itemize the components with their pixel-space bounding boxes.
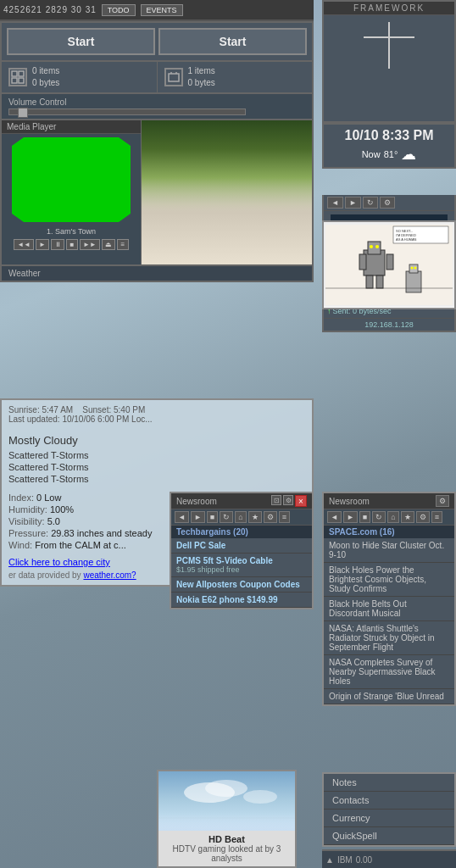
framework-t-shape xyxy=(364,22,414,69)
news-r-refresh-button[interactable]: ↻ xyxy=(372,511,386,523)
svg-point-28 xyxy=(243,790,277,804)
hd-beat-svg xyxy=(158,771,295,831)
volume-slider-track[interactable] xyxy=(8,108,246,115)
newsroom-left-section: Techbargains (20) xyxy=(171,526,312,538)
news-r-forward-button[interactable]: ► xyxy=(343,511,358,523)
svg-point-27 xyxy=(205,780,247,797)
news-item-2[interactable]: PCMS 5ft S-Video Cable $1.95 shipped fre… xyxy=(171,554,312,577)
todo-button[interactable]: TODO xyxy=(102,4,136,16)
volume-slider-knob[interactable] xyxy=(18,108,28,118)
news-r-item-2[interactable]: Black Holes Power the Brightest Cosmic O… xyxy=(324,563,454,597)
news-home-button[interactable]: ⌂ xyxy=(235,511,246,523)
menu-quickspell[interactable]: QuickSpell xyxy=(324,827,454,845)
news-r-item-5[interactable]: NASA Completes Survey of Nearby Supermas… xyxy=(324,655,454,689)
media-extra-button[interactable]: ≡ xyxy=(117,239,129,250)
weather-forecast-2: Scattered T-Storms xyxy=(8,462,305,472)
media-image-row: Media Player 1. Sam's Town ◄◄ ► ⏸ ■ ►► ⏏… xyxy=(0,120,314,266)
media-play-button[interactable]: ► xyxy=(36,239,49,250)
news-item-3[interactable]: New Allposters Coupon Codes xyxy=(171,577,312,593)
media-player-panel: Media Player 1. Sam's Town ◄◄ ► ⏸ ■ ►► ⏏… xyxy=(2,120,142,264)
items-cell-2: 1 items 0 bytes xyxy=(158,62,313,92)
start-button-2[interactable]: Start xyxy=(158,28,307,55)
newsroom-left-titlebar: Newsroom ⊡ ⚙ × xyxy=(171,493,312,509)
cartoon-svg: SO NEXT... I'M DEFINED AS A HUMAN xyxy=(325,225,453,305)
svg-point-22 xyxy=(411,266,414,269)
news-item-4[interactable]: Nokia E62 phone $149.99 xyxy=(171,593,312,608)
news-r-item-6[interactable]: Origin of Strange 'Blue Unread xyxy=(324,689,454,704)
nav-extra-button[interactable]: ⚙ xyxy=(380,197,395,209)
nature-image xyxy=(142,120,312,264)
svg-rect-16 xyxy=(359,254,366,270)
news-r-item-3[interactable]: Black Hole Belts Out Discordant Musical xyxy=(324,597,454,621)
news-r-settings-button[interactable]: ⚙ xyxy=(416,511,430,523)
taskbar: ▲ IBM 0.00 xyxy=(322,849,456,868)
weather-humidity-label: Humidity: xyxy=(8,504,47,515)
news-r-item-1[interactable]: Moon to Hide Star Cluster Oct. 9-10 xyxy=(324,538,454,563)
clock-now-label: Now xyxy=(362,149,381,159)
taskbar-up-arrow-icon[interactable]: ▲ xyxy=(325,855,334,865)
newsroom-left-controls: ⊡ ⚙ × xyxy=(271,495,307,507)
media-stop-button[interactable]: ■ xyxy=(66,239,78,250)
news-item-2-sub: $1.95 shipped free xyxy=(176,565,307,574)
sunrise-label: Sunrise: xyxy=(8,405,40,415)
svg-rect-2 xyxy=(12,78,17,83)
framework-panel: FRAMEWORK xyxy=(322,0,456,123)
news-r-stop-button[interactable]: ■ xyxy=(359,511,370,523)
media-pause-button[interactable]: ⏸ xyxy=(51,239,64,250)
items-row: 0 items 0 bytes 1 items 0 bytes xyxy=(0,62,314,94)
menu-currency[interactable]: Currency xyxy=(324,810,454,827)
news-refresh-button[interactable]: ↻ xyxy=(220,511,233,523)
nav-refresh-button[interactable]: ↻ xyxy=(363,197,378,209)
nav-forward-button[interactable]: ► xyxy=(345,197,361,209)
news-r-item-2-text: Black Holes Power the Brightest Cosmic O… xyxy=(329,565,449,593)
close-button-newsroom-left[interactable]: × xyxy=(295,495,307,507)
weather-bar-label: Weather xyxy=(8,269,41,278)
hd-beat-image xyxy=(158,771,295,831)
start-button-1[interactable]: Start xyxy=(7,28,155,55)
resize-icon[interactable]: ⊡ xyxy=(271,495,281,505)
weather-forecast-1: Scattered T-Storms xyxy=(8,450,305,460)
newsroom-left-nav: ◄ ► ■ ↻ ⌂ ★ ⚙ ≡ xyxy=(171,509,312,526)
news-r-bookmark-button[interactable]: ★ xyxy=(401,511,414,523)
menu-contacts[interactable]: Contacts xyxy=(324,792,454,810)
events-button[interactable]: EVENTS xyxy=(141,4,183,16)
news-r-extra-button[interactable]: ≡ xyxy=(431,511,442,523)
menu-notes[interactable]: Notes xyxy=(324,774,454,792)
news-r-item-1-text: Moon to Hide Star Cluster Oct. 9-10 xyxy=(329,541,449,559)
news-r-home-button[interactable]: ⌂ xyxy=(387,511,398,523)
newsroom-right-nav: ◄ ► ■ ↻ ⌂ ★ ⚙ ≡ xyxy=(324,509,454,526)
cartoon-image: SO NEXT... I'M DEFINED AS A HUMAN xyxy=(324,222,454,307)
news-settings-button[interactable]: ⚙ xyxy=(264,511,277,523)
news-back-button[interactable]: ◄ xyxy=(175,511,189,523)
media-next-button[interactable]: ►► xyxy=(80,239,100,250)
items-text-2: 1 items 0 bytes xyxy=(188,65,215,89)
news-right-settings[interactable]: ⚙ xyxy=(436,495,449,507)
news-stop-button[interactable]: ■ xyxy=(207,511,218,523)
news-item-1[interactable]: Dell PC Sale xyxy=(171,538,312,554)
clock-time: 10/10 8:33 PM xyxy=(327,128,451,143)
svg-rect-21 xyxy=(409,264,418,273)
weather-com-link[interactable]: weather.com? xyxy=(83,570,136,580)
weather-pressure-label: Pressure: xyxy=(8,528,48,538)
news-extra-button[interactable]: ≡ xyxy=(279,511,290,523)
media-prev-button[interactable]: ◄◄ xyxy=(14,239,34,250)
image-panel xyxy=(142,120,312,264)
items-count-1: 0 items xyxy=(32,65,59,77)
clock-temp: 81° xyxy=(384,149,398,159)
cartoon-area: SO NEXT... I'M DEFINED AS A HUMAN xyxy=(322,220,456,309)
svg-rect-17 xyxy=(386,254,393,270)
news-forward-button[interactable]: ► xyxy=(191,511,205,523)
news-r-back-button[interactable]: ◄ xyxy=(327,511,342,523)
weather-visibility-val: 5.0 xyxy=(47,516,60,526)
nav-back-button[interactable]: ◄ xyxy=(327,197,343,209)
forecast-2-text: Scattered T-Storms xyxy=(8,462,89,472)
media-eject-button[interactable]: ⏏ xyxy=(102,239,115,250)
hd-beat-subtitle: HDTV gaming looked at by 3 analysts xyxy=(162,844,292,863)
cloud-icon: ☁ xyxy=(401,145,416,164)
svg-rect-1 xyxy=(19,71,24,76)
svg-rect-3 xyxy=(19,78,24,83)
news-r-item-4[interactable]: NASA: Atlantis Shuttle's Radiator Struck… xyxy=(324,621,454,655)
sunset-label: Sunset: xyxy=(82,405,111,415)
news-bookmark-button[interactable]: ★ xyxy=(248,511,262,523)
settings-icon[interactable]: ⚙ xyxy=(283,495,293,505)
